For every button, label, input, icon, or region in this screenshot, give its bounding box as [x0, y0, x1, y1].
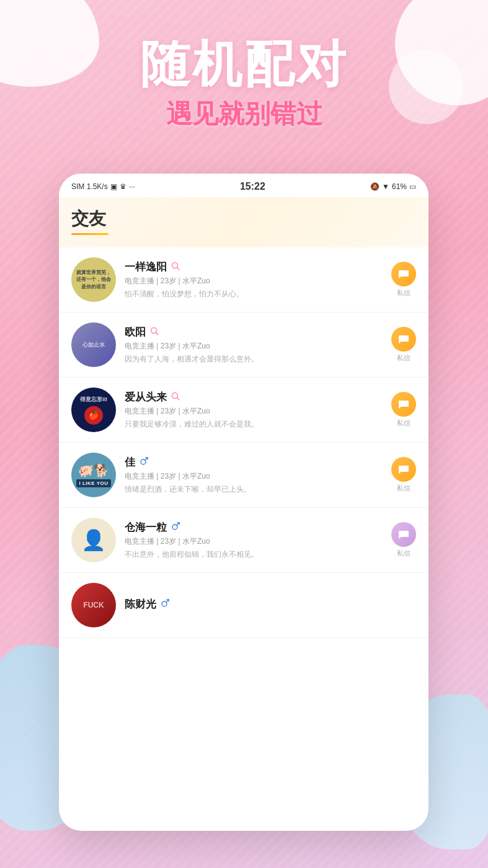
pm-circle — [391, 457, 416, 482]
pm-button[interactable]: 私信 — [391, 262, 416, 298]
status-right: 🔕 ▼ 61% ▭ — [370, 182, 416, 191]
male-gender-icon — [171, 521, 180, 533]
dots-icon: ··· — [129, 182, 135, 191]
pm-circle — [391, 262, 416, 286]
title-underline — [71, 233, 109, 235]
hero-subtitle: 遇见就别错过 — [0, 97, 488, 131]
pm-label: 私信 — [397, 353, 410, 363]
silent-icon: 🔕 — [370, 182, 379, 191]
user-info: 佳 电竞主播 | 23岁 | 水平Zuo情绪是烈酒，还未下喉，却早已上头。 — [125, 455, 383, 495]
user-name: 佳 — [125, 455, 135, 469]
user-item[interactable]: 得意忘形III 🍎 爱从头来 电竞主播 | 23岁 | 水平Zuo只要我足够冷漠… — [59, 378, 428, 443]
user-info: 仓海一粒 电竞主播 | 23岁 | 水平Zuo不出意外，他前程似锦，我们永不相见… — [125, 520, 383, 560]
phone-mockup: SIM 1.5K/s ▣ ♛ ··· 15:22 🔕 ▼ 61% ▭ 交友 就算… — [59, 174, 428, 831]
search-gender-icon — [171, 391, 180, 404]
user-item[interactable]: 心如止水欧阳 电竞主播 | 23岁 | 水平Zuo因为有了人海，相遇才会显得那么… — [59, 312, 428, 378]
pm-circle — [391, 327, 416, 352]
status-bar: SIM 1.5K/s ▣ ♛ ··· 15:22 🔕 ▼ 61% ▭ — [59, 174, 428, 197]
user-bio: 只要我足够冷漠，难过的人就不会是我。 — [125, 419, 383, 430]
app-header: 交友 — [59, 197, 428, 247]
user-meta: 电竞主播 | 23岁 | 水平Zuo — [125, 341, 383, 352]
user-bio: 因为有了人海，相遇才会显得那么意外。 — [125, 354, 383, 365]
user-name-row: 仓海一粒 — [125, 520, 383, 534]
male-gender-icon — [139, 456, 149, 468]
svg-line-5 — [177, 397, 180, 400]
user-item[interactable]: 就算世界荒芜，还有一个，他会是你的语言一样逸阳 电竞主播 | 23岁 | 水平Z… — [59, 247, 428, 312]
user-avatar-1: 就算世界荒芜，还有一个，他会是你的语言 — [71, 257, 116, 302]
user-info: 陈财光 — [125, 597, 416, 613]
pm-circle — [391, 522, 416, 547]
user-item[interactable]: FUCK陈财光 — [59, 573, 428, 638]
user-name: 爱从头来 — [125, 390, 167, 404]
pm-label: 私信 — [397, 549, 410, 558]
user-info: 一样逸阳 电竞主播 | 23岁 | 水平Zuo怕不清醒，怕没梦想，怕力不从心。 — [125, 260, 383, 299]
user-info: 欧阳 电竞主播 | 23岁 | 水平Zuo因为有了人海，相遇才会显得那么意外。 — [125, 325, 383, 365]
male-gender-icon — [160, 598, 170, 610]
pm-button[interactable]: 私信 — [391, 327, 416, 363]
user-bio: 情绪是烈酒，还未下喉，却早已上头。 — [125, 484, 383, 495]
pm-label: 私信 — [397, 288, 410, 298]
user-avatar-6: FUCK — [71, 583, 116, 627]
user-name-row: 陈财光 — [125, 597, 416, 611]
battery-icon: ▭ — [409, 182, 416, 191]
user-bio: 怕不清醒，怕没梦想，怕力不从心。 — [125, 289, 383, 299]
battery-text: 61% — [392, 182, 407, 191]
pm-label: 私信 — [397, 418, 410, 428]
hero-title: 随机配对 — [0, 37, 488, 92]
pm-button[interactable]: 私信 — [391, 522, 416, 558]
user-name-row: 一样逸阳 — [125, 260, 383, 274]
user-name-row: 爱从头来 — [125, 390, 383, 404]
search-gender-icon — [171, 261, 180, 273]
user-avatar-5: 👤 — [71, 518, 116, 562]
app-title: 交友 — [71, 207, 416, 231]
pm-button[interactable]: 私信 — [391, 392, 416, 428]
user-avatar-3: 得意忘形III 🍎 — [71, 388, 116, 432]
pm-label: 私信 — [397, 484, 410, 493]
pm-button[interactable]: 私信 — [391, 457, 416, 493]
user-name: 陈财光 — [125, 597, 156, 611]
user-name-row: 欧阳 — [125, 325, 383, 339]
status-left: SIM 1.5K/s ▣ ♛ ··· — [71, 182, 135, 191]
user-item[interactable]: 👤仓海一粒 电竞主播 | 23岁 | 水平Zuo不出意外，他前程似锦，我们永不相… — [59, 508, 428, 573]
wifi-icon: ▼ — [382, 182, 389, 191]
search-gender-icon — [149, 326, 159, 339]
crown-icon: ♛ — [120, 182, 126, 191]
signal-text: SIM 1.5K/s — [71, 182, 108, 191]
sim-icon: ▣ — [110, 182, 117, 191]
user-meta: 电竞主播 | 23岁 | 水平Zuo — [125, 471, 383, 482]
user-meta: 电竞主播 | 23岁 | 水平Zuo — [125, 536, 383, 547]
user-info: 爱从头来 电竞主播 | 23岁 | 水平Zuo只要我足够冷漠，难过的人就不会是我… — [125, 390, 383, 430]
user-name: 欧阳 — [125, 325, 146, 339]
svg-line-1 — [177, 267, 180, 270]
user-name-row: 佳 — [125, 455, 383, 469]
user-list: 就算世界荒芜，还有一个，他会是你的语言一样逸阳 电竞主播 | 23岁 | 水平Z… — [59, 247, 428, 638]
user-avatar-4: 🐖🐕 I LIKE YOU — [71, 453, 116, 497]
user-name: 一样逸阳 — [125, 260, 167, 274]
clock: 15:22 — [240, 181, 265, 192]
user-avatar-2: 心如止水 — [71, 322, 116, 367]
pm-circle — [391, 392, 416, 417]
user-item[interactable]: 🐖🐕 I LIKE YOU 佳 电竞主播 | 23岁 | 水平Zuo情绪是烈酒，… — [59, 443, 428, 508]
user-meta: 电竞主播 | 23岁 | 水平Zuo — [125, 406, 383, 417]
svg-line-3 — [156, 332, 159, 335]
user-name: 仓海一粒 — [125, 520, 167, 534]
user-bio: 不出意外，他前程似锦，我们永不相见。 — [125, 549, 383, 560]
hero-section: 随机配对 遇见就别错过 — [0, 37, 488, 131]
user-meta: 电竞主播 | 23岁 | 水平Zuo — [125, 276, 383, 286]
